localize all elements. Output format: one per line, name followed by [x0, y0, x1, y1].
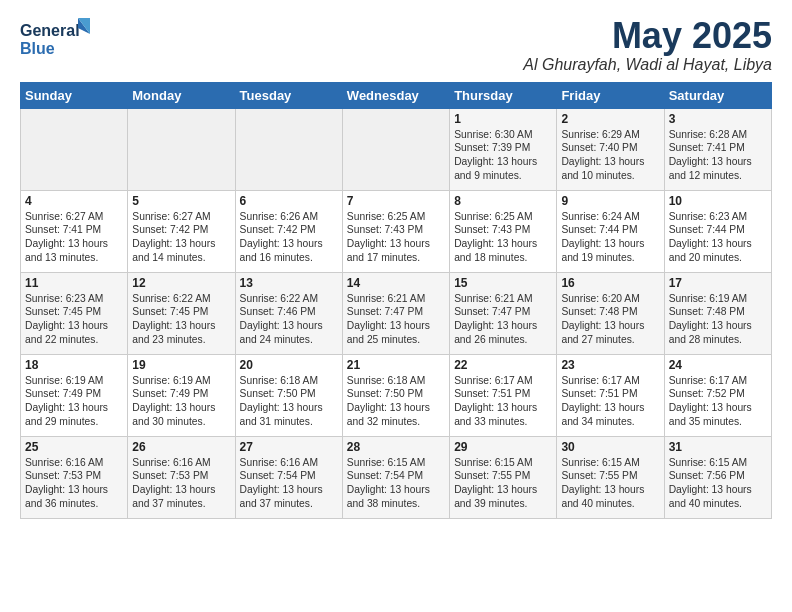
day-info: Sunrise: 6:25 AM Sunset: 7:43 PM Dayligh…	[454, 210, 552, 266]
day-number: 9	[561, 194, 659, 208]
calendar-cell: 17Sunrise: 6:19 AM Sunset: 7:48 PM Dayli…	[664, 272, 771, 354]
svg-text:Blue: Blue	[20, 40, 55, 57]
day-info: Sunrise: 6:16 AM Sunset: 7:54 PM Dayligh…	[240, 456, 338, 512]
calendar-cell: 4Sunrise: 6:27 AM Sunset: 7:41 PM Daylig…	[21, 190, 128, 272]
day-number: 5	[132, 194, 230, 208]
calendar-cell: 9Sunrise: 6:24 AM Sunset: 7:44 PM Daylig…	[557, 190, 664, 272]
day-number: 3	[669, 112, 767, 126]
calendar-col-header: Thursday	[450, 82, 557, 108]
logo: General Blue	[20, 16, 90, 66]
day-info: Sunrise: 6:25 AM Sunset: 7:43 PM Dayligh…	[347, 210, 445, 266]
day-info: Sunrise: 6:16 AM Sunset: 7:53 PM Dayligh…	[25, 456, 123, 512]
calendar-cell: 5Sunrise: 6:27 AM Sunset: 7:42 PM Daylig…	[128, 190, 235, 272]
calendar-cell: 16Sunrise: 6:20 AM Sunset: 7:48 PM Dayli…	[557, 272, 664, 354]
calendar-cell: 30Sunrise: 6:15 AM Sunset: 7:55 PM Dayli…	[557, 436, 664, 518]
calendar-week-row: 25Sunrise: 6:16 AM Sunset: 7:53 PM Dayli…	[21, 436, 772, 518]
day-info: Sunrise: 6:26 AM Sunset: 7:42 PM Dayligh…	[240, 210, 338, 266]
day-info: Sunrise: 6:15 AM Sunset: 7:54 PM Dayligh…	[347, 456, 445, 512]
day-number: 11	[25, 276, 123, 290]
day-info: Sunrise: 6:24 AM Sunset: 7:44 PM Dayligh…	[561, 210, 659, 266]
day-number: 24	[669, 358, 767, 372]
page: General Blue May 2025 Al Ghurayfah, Wadi…	[0, 0, 792, 529]
calendar-cell: 21Sunrise: 6:18 AM Sunset: 7:50 PM Dayli…	[342, 354, 449, 436]
calendar-body: 1Sunrise: 6:30 AM Sunset: 7:39 PM Daylig…	[21, 108, 772, 518]
calendar-col-header: Friday	[557, 82, 664, 108]
day-info: Sunrise: 6:15 AM Sunset: 7:55 PM Dayligh…	[561, 456, 659, 512]
calendar-col-header: Saturday	[664, 82, 771, 108]
calendar-cell: 23Sunrise: 6:17 AM Sunset: 7:51 PM Dayli…	[557, 354, 664, 436]
day-info: Sunrise: 6:27 AM Sunset: 7:41 PM Dayligh…	[25, 210, 123, 266]
day-number: 19	[132, 358, 230, 372]
day-info: Sunrise: 6:29 AM Sunset: 7:40 PM Dayligh…	[561, 128, 659, 184]
calendar-cell: 20Sunrise: 6:18 AM Sunset: 7:50 PM Dayli…	[235, 354, 342, 436]
calendar-cell: 10Sunrise: 6:23 AM Sunset: 7:44 PM Dayli…	[664, 190, 771, 272]
calendar-table: SundayMondayTuesdayWednesdayThursdayFrid…	[20, 82, 772, 519]
calendar-cell: 12Sunrise: 6:22 AM Sunset: 7:45 PM Dayli…	[128, 272, 235, 354]
day-number: 2	[561, 112, 659, 126]
calendar-cell: 6Sunrise: 6:26 AM Sunset: 7:42 PM Daylig…	[235, 190, 342, 272]
day-number: 23	[561, 358, 659, 372]
day-info: Sunrise: 6:18 AM Sunset: 7:50 PM Dayligh…	[240, 374, 338, 430]
main-title: May 2025	[523, 16, 772, 56]
calendar-cell	[235, 108, 342, 190]
header: General Blue May 2025 Al Ghurayfah, Wadi…	[20, 16, 772, 74]
day-number: 4	[25, 194, 123, 208]
calendar-cell: 29Sunrise: 6:15 AM Sunset: 7:55 PM Dayli…	[450, 436, 557, 518]
day-info: Sunrise: 6:16 AM Sunset: 7:53 PM Dayligh…	[132, 456, 230, 512]
day-info: Sunrise: 6:27 AM Sunset: 7:42 PM Dayligh…	[132, 210, 230, 266]
calendar-cell: 15Sunrise: 6:21 AM Sunset: 7:47 PM Dayli…	[450, 272, 557, 354]
day-number: 28	[347, 440, 445, 454]
calendar-cell: 24Sunrise: 6:17 AM Sunset: 7:52 PM Dayli…	[664, 354, 771, 436]
day-number: 26	[132, 440, 230, 454]
day-info: Sunrise: 6:21 AM Sunset: 7:47 PM Dayligh…	[347, 292, 445, 348]
day-info: Sunrise: 6:20 AM Sunset: 7:48 PM Dayligh…	[561, 292, 659, 348]
day-number: 7	[347, 194, 445, 208]
calendar-week-row: 11Sunrise: 6:23 AM Sunset: 7:45 PM Dayli…	[21, 272, 772, 354]
day-info: Sunrise: 6:22 AM Sunset: 7:45 PM Dayligh…	[132, 292, 230, 348]
calendar-week-row: 4Sunrise: 6:27 AM Sunset: 7:41 PM Daylig…	[21, 190, 772, 272]
calendar-col-header: Wednesday	[342, 82, 449, 108]
day-number: 16	[561, 276, 659, 290]
day-number: 14	[347, 276, 445, 290]
calendar-cell: 2Sunrise: 6:29 AM Sunset: 7:40 PM Daylig…	[557, 108, 664, 190]
day-number: 31	[669, 440, 767, 454]
day-number: 20	[240, 358, 338, 372]
day-info: Sunrise: 6:15 AM Sunset: 7:56 PM Dayligh…	[669, 456, 767, 512]
calendar-col-header: Sunday	[21, 82, 128, 108]
calendar-cell: 27Sunrise: 6:16 AM Sunset: 7:54 PM Dayli…	[235, 436, 342, 518]
calendar-cell: 11Sunrise: 6:23 AM Sunset: 7:45 PM Dayli…	[21, 272, 128, 354]
day-info: Sunrise: 6:28 AM Sunset: 7:41 PM Dayligh…	[669, 128, 767, 184]
day-info: Sunrise: 6:22 AM Sunset: 7:46 PM Dayligh…	[240, 292, 338, 348]
day-number: 18	[25, 358, 123, 372]
calendar-header: SundayMondayTuesdayWednesdayThursdayFrid…	[21, 82, 772, 108]
day-number: 25	[25, 440, 123, 454]
calendar-cell: 3Sunrise: 6:28 AM Sunset: 7:41 PM Daylig…	[664, 108, 771, 190]
day-number: 6	[240, 194, 338, 208]
day-number: 22	[454, 358, 552, 372]
calendar-cell: 1Sunrise: 6:30 AM Sunset: 7:39 PM Daylig…	[450, 108, 557, 190]
day-number: 27	[240, 440, 338, 454]
calendar-cell: 31Sunrise: 6:15 AM Sunset: 7:56 PM Dayli…	[664, 436, 771, 518]
day-number: 10	[669, 194, 767, 208]
calendar-cell	[342, 108, 449, 190]
day-info: Sunrise: 6:19 AM Sunset: 7:49 PM Dayligh…	[25, 374, 123, 430]
day-info: Sunrise: 6:17 AM Sunset: 7:52 PM Dayligh…	[669, 374, 767, 430]
title-block: May 2025 Al Ghurayfah, Wadi al Hayat, Li…	[523, 16, 772, 74]
calendar-cell: 25Sunrise: 6:16 AM Sunset: 7:53 PM Dayli…	[21, 436, 128, 518]
day-number: 21	[347, 358, 445, 372]
calendar-week-row: 1Sunrise: 6:30 AM Sunset: 7:39 PM Daylig…	[21, 108, 772, 190]
logo-svg: General Blue	[20, 16, 90, 66]
day-number: 13	[240, 276, 338, 290]
day-number: 12	[132, 276, 230, 290]
day-number: 8	[454, 194, 552, 208]
calendar-cell: 22Sunrise: 6:17 AM Sunset: 7:51 PM Dayli…	[450, 354, 557, 436]
day-info: Sunrise: 6:23 AM Sunset: 7:45 PM Dayligh…	[25, 292, 123, 348]
day-info: Sunrise: 6:30 AM Sunset: 7:39 PM Dayligh…	[454, 128, 552, 184]
day-info: Sunrise: 6:19 AM Sunset: 7:48 PM Dayligh…	[669, 292, 767, 348]
day-info: Sunrise: 6:21 AM Sunset: 7:47 PM Dayligh…	[454, 292, 552, 348]
day-info: Sunrise: 6:19 AM Sunset: 7:49 PM Dayligh…	[132, 374, 230, 430]
day-number: 30	[561, 440, 659, 454]
calendar-col-header: Monday	[128, 82, 235, 108]
day-number: 17	[669, 276, 767, 290]
day-number: 15	[454, 276, 552, 290]
